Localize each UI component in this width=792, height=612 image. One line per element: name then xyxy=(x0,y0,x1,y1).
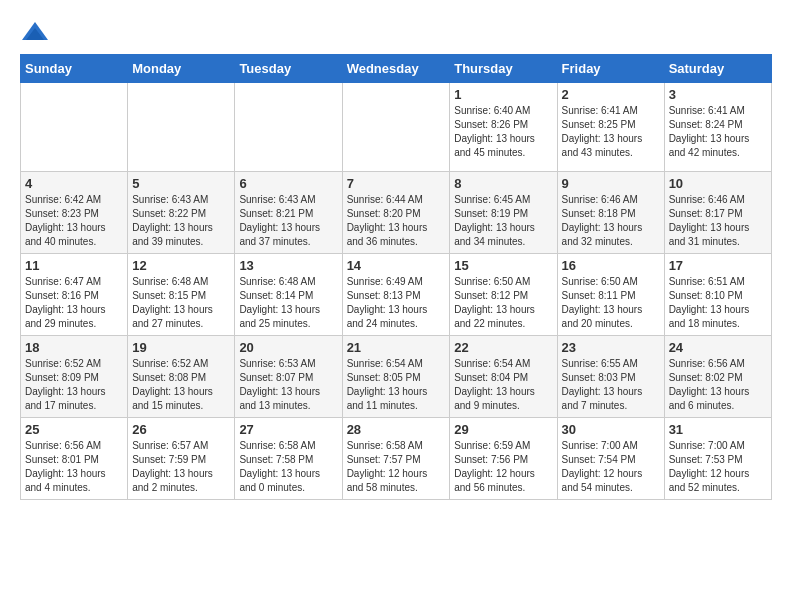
day-number: 23 xyxy=(562,340,660,355)
day-number: 11 xyxy=(25,258,123,273)
calendar-cell: 2Sunrise: 6:41 AM Sunset: 8:25 PM Daylig… xyxy=(557,83,664,172)
calendar-cell: 29Sunrise: 6:59 AM Sunset: 7:56 PM Dayli… xyxy=(450,418,557,500)
day-info: Sunrise: 6:49 AM Sunset: 8:13 PM Dayligh… xyxy=(347,275,446,331)
week-row-1: 1Sunrise: 6:40 AM Sunset: 8:26 PM Daylig… xyxy=(21,83,772,172)
day-number: 3 xyxy=(669,87,767,102)
day-info: Sunrise: 6:40 AM Sunset: 8:26 PM Dayligh… xyxy=(454,104,552,160)
day-info: Sunrise: 6:52 AM Sunset: 8:08 PM Dayligh… xyxy=(132,357,230,413)
day-info: Sunrise: 6:53 AM Sunset: 8:07 PM Dayligh… xyxy=(239,357,337,413)
col-header-monday: Monday xyxy=(128,55,235,83)
day-info: Sunrise: 6:54 AM Sunset: 8:05 PM Dayligh… xyxy=(347,357,446,413)
day-info: Sunrise: 6:54 AM Sunset: 8:04 PM Dayligh… xyxy=(454,357,552,413)
calendar-cell: 16Sunrise: 6:50 AM Sunset: 8:11 PM Dayli… xyxy=(557,254,664,336)
col-header-saturday: Saturday xyxy=(664,55,771,83)
week-row-5: 25Sunrise: 6:56 AM Sunset: 8:01 PM Dayli… xyxy=(21,418,772,500)
calendar-cell: 18Sunrise: 6:52 AM Sunset: 8:09 PM Dayli… xyxy=(21,336,128,418)
day-info: Sunrise: 6:47 AM Sunset: 8:16 PM Dayligh… xyxy=(25,275,123,331)
day-number: 19 xyxy=(132,340,230,355)
day-number: 15 xyxy=(454,258,552,273)
day-info: Sunrise: 6:59 AM Sunset: 7:56 PM Dayligh… xyxy=(454,439,552,495)
day-info: Sunrise: 7:00 AM Sunset: 7:54 PM Dayligh… xyxy=(562,439,660,495)
day-number: 12 xyxy=(132,258,230,273)
day-number: 20 xyxy=(239,340,337,355)
day-info: Sunrise: 6:46 AM Sunset: 8:17 PM Dayligh… xyxy=(669,193,767,249)
calendar-cell: 10Sunrise: 6:46 AM Sunset: 8:17 PM Dayli… xyxy=(664,172,771,254)
calendar-cell: 9Sunrise: 6:46 AM Sunset: 8:18 PM Daylig… xyxy=(557,172,664,254)
calendar-cell xyxy=(128,83,235,172)
day-info: Sunrise: 6:50 AM Sunset: 8:11 PM Dayligh… xyxy=(562,275,660,331)
day-number: 9 xyxy=(562,176,660,191)
day-number: 29 xyxy=(454,422,552,437)
calendar-cell: 17Sunrise: 6:51 AM Sunset: 8:10 PM Dayli… xyxy=(664,254,771,336)
day-number: 6 xyxy=(239,176,337,191)
col-header-sunday: Sunday xyxy=(21,55,128,83)
day-number: 17 xyxy=(669,258,767,273)
header-row: SundayMondayTuesdayWednesdayThursdayFrid… xyxy=(21,55,772,83)
week-row-4: 18Sunrise: 6:52 AM Sunset: 8:09 PM Dayli… xyxy=(21,336,772,418)
week-row-3: 11Sunrise: 6:47 AM Sunset: 8:16 PM Dayli… xyxy=(21,254,772,336)
day-number: 27 xyxy=(239,422,337,437)
day-number: 31 xyxy=(669,422,767,437)
calendar-cell: 3Sunrise: 6:41 AM Sunset: 8:24 PM Daylig… xyxy=(664,83,771,172)
calendar-cell: 12Sunrise: 6:48 AM Sunset: 8:15 PM Dayli… xyxy=(128,254,235,336)
day-info: Sunrise: 6:58 AM Sunset: 7:58 PM Dayligh… xyxy=(239,439,337,495)
day-number: 10 xyxy=(669,176,767,191)
week-row-2: 4Sunrise: 6:42 AM Sunset: 8:23 PM Daylig… xyxy=(21,172,772,254)
day-info: Sunrise: 6:41 AM Sunset: 8:25 PM Dayligh… xyxy=(562,104,660,160)
day-info: Sunrise: 6:41 AM Sunset: 8:24 PM Dayligh… xyxy=(669,104,767,160)
day-info: Sunrise: 6:52 AM Sunset: 8:09 PM Dayligh… xyxy=(25,357,123,413)
logo-icon xyxy=(20,20,50,44)
day-info: Sunrise: 6:48 AM Sunset: 8:15 PM Dayligh… xyxy=(132,275,230,331)
day-number: 7 xyxy=(347,176,446,191)
calendar-table: SundayMondayTuesdayWednesdayThursdayFrid… xyxy=(20,54,772,500)
calendar-cell: 30Sunrise: 7:00 AM Sunset: 7:54 PM Dayli… xyxy=(557,418,664,500)
calendar-cell: 11Sunrise: 6:47 AM Sunset: 8:16 PM Dayli… xyxy=(21,254,128,336)
day-info: Sunrise: 6:56 AM Sunset: 8:02 PM Dayligh… xyxy=(669,357,767,413)
day-info: Sunrise: 6:50 AM Sunset: 8:12 PM Dayligh… xyxy=(454,275,552,331)
col-header-friday: Friday xyxy=(557,55,664,83)
calendar-cell xyxy=(342,83,450,172)
calendar-cell: 28Sunrise: 6:58 AM Sunset: 7:57 PM Dayli… xyxy=(342,418,450,500)
calendar-cell: 19Sunrise: 6:52 AM Sunset: 8:08 PM Dayli… xyxy=(128,336,235,418)
day-number: 1 xyxy=(454,87,552,102)
day-info: Sunrise: 6:46 AM Sunset: 8:18 PM Dayligh… xyxy=(562,193,660,249)
day-number: 18 xyxy=(25,340,123,355)
calendar-cell: 22Sunrise: 6:54 AM Sunset: 8:04 PM Dayli… xyxy=(450,336,557,418)
col-header-wednesday: Wednesday xyxy=(342,55,450,83)
calendar-cell: 25Sunrise: 6:56 AM Sunset: 8:01 PM Dayli… xyxy=(21,418,128,500)
day-number: 16 xyxy=(562,258,660,273)
day-info: Sunrise: 6:43 AM Sunset: 8:22 PM Dayligh… xyxy=(132,193,230,249)
calendar-cell: 24Sunrise: 6:56 AM Sunset: 8:02 PM Dayli… xyxy=(664,336,771,418)
calendar-cell: 13Sunrise: 6:48 AM Sunset: 8:14 PM Dayli… xyxy=(235,254,342,336)
calendar-cell: 23Sunrise: 6:55 AM Sunset: 8:03 PM Dayli… xyxy=(557,336,664,418)
col-header-thursday: Thursday xyxy=(450,55,557,83)
calendar-cell: 1Sunrise: 6:40 AM Sunset: 8:26 PM Daylig… xyxy=(450,83,557,172)
day-number: 4 xyxy=(25,176,123,191)
day-number: 24 xyxy=(669,340,767,355)
calendar-cell: 15Sunrise: 6:50 AM Sunset: 8:12 PM Dayli… xyxy=(450,254,557,336)
calendar-cell xyxy=(235,83,342,172)
calendar-cell: 7Sunrise: 6:44 AM Sunset: 8:20 PM Daylig… xyxy=(342,172,450,254)
calendar-cell xyxy=(21,83,128,172)
day-info: Sunrise: 6:44 AM Sunset: 8:20 PM Dayligh… xyxy=(347,193,446,249)
day-info: Sunrise: 6:51 AM Sunset: 8:10 PM Dayligh… xyxy=(669,275,767,331)
day-number: 22 xyxy=(454,340,552,355)
logo xyxy=(20,20,54,44)
calendar-cell: 6Sunrise: 6:43 AM Sunset: 8:21 PM Daylig… xyxy=(235,172,342,254)
calendar-cell: 5Sunrise: 6:43 AM Sunset: 8:22 PM Daylig… xyxy=(128,172,235,254)
calendar-cell: 26Sunrise: 6:57 AM Sunset: 7:59 PM Dayli… xyxy=(128,418,235,500)
day-number: 13 xyxy=(239,258,337,273)
calendar-cell: 31Sunrise: 7:00 AM Sunset: 7:53 PM Dayli… xyxy=(664,418,771,500)
day-number: 26 xyxy=(132,422,230,437)
day-info: Sunrise: 6:56 AM Sunset: 8:01 PM Dayligh… xyxy=(25,439,123,495)
day-number: 5 xyxy=(132,176,230,191)
calendar-cell: 8Sunrise: 6:45 AM Sunset: 8:19 PM Daylig… xyxy=(450,172,557,254)
day-number: 25 xyxy=(25,422,123,437)
day-info: Sunrise: 6:58 AM Sunset: 7:57 PM Dayligh… xyxy=(347,439,446,495)
calendar-cell: 21Sunrise: 6:54 AM Sunset: 8:05 PM Dayli… xyxy=(342,336,450,418)
day-info: Sunrise: 6:45 AM Sunset: 8:19 PM Dayligh… xyxy=(454,193,552,249)
day-info: Sunrise: 6:55 AM Sunset: 8:03 PM Dayligh… xyxy=(562,357,660,413)
day-number: 30 xyxy=(562,422,660,437)
calendar-cell: 20Sunrise: 6:53 AM Sunset: 8:07 PM Dayli… xyxy=(235,336,342,418)
day-number: 8 xyxy=(454,176,552,191)
